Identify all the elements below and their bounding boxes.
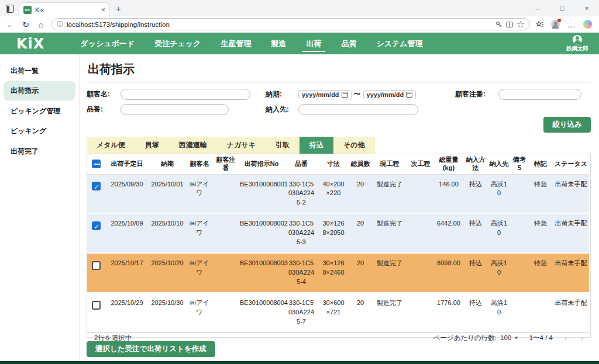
new-tab-icon[interactable]: + [116,4,121,13]
table-row[interactable]: 2025/10/17 2025/10/20 ㈱アイワ BE30100008003… [87,253,589,293]
select-all-checkbox[interactable] [92,160,101,168]
col-customer-order-no[interactable]: 顧客注番 [214,154,238,174]
minimize-icon[interactable]: – [525,0,550,16]
create-shipping-list-button[interactable]: 選択した受注で出荷リストを作成 [87,341,215,357]
destination-input[interactable] [298,104,418,115]
browser-tab[interactable]: KIX Kix × [19,2,110,16]
copilot-icon[interactable] [583,20,592,29]
tab-pickup[interactable]: 引取 [266,137,300,154]
table-header-row: 出荷予定日 納期 顧客名 顧客注番 出荷指示No 品番 寸法 総員数 現工程 次… [87,154,589,174]
cell-part-no: 330-1C5 030A224 5-7 [285,293,318,332]
cell-status: 出荷未手配 [553,174,589,213]
nav-system-admin[interactable]: システム管理 [366,33,432,54]
tab-close-icon[interactable]: × [101,6,105,14]
tab-nagasaki[interactable]: ナガサキ [217,137,266,154]
tab-kaizuka[interactable]: 貝塚 [135,137,169,154]
split-screen-icon[interactable] [506,21,513,28]
cell-customer: ㈱アイワ [185,174,214,213]
address-bar[interactable]: ⓘ localhost:5173/shipping/instruction ☆ [51,18,530,30]
tab-actions-icon[interactable] [6,5,14,13]
sidebar-item-picking-management[interactable]: ピッキング管理 [4,102,75,120]
cell-due-date: 2025/10/10 [149,213,185,253]
col-total-qty[interactable]: 総員数 [349,154,371,174]
close-icon[interactable]: × [574,0,599,16]
customer-name-input[interactable] [121,89,250,100]
url-text[interactable]: localhost:5173/shipping/instruction [67,21,492,28]
tab-other[interactable]: その他 [333,137,375,154]
cell-customer-order-no [214,174,238,213]
due-date-from-input[interactable]: yyyy/mm/dd [298,90,352,99]
site-info-icon[interactable]: ⓘ [57,20,63,29]
nav-manufacturing[interactable]: 製造 [261,33,296,54]
col-destination[interactable]: 納入先 [487,154,511,174]
key-icon[interactable] [495,21,502,28]
col-status[interactable]: ステータス [553,154,589,174]
cell-due-date: 2025/10/20 [149,253,185,293]
tab-seino[interactable]: 西濃運輸 [169,137,217,154]
col-delivery-method[interactable]: 納入方法 [464,154,487,174]
col-dimensions[interactable]: 寸法 [318,154,349,174]
tab-bring-in[interactable]: 持込 [300,137,333,154]
row-checkbox[interactable] [92,261,101,270]
col-part-no[interactable]: 品番 [285,154,318,174]
cell-status: 出荷未手配 [553,253,589,293]
cell-dimensions: 30×600 ×721 [318,293,349,332]
row-checkbox[interactable] [92,221,101,230]
app-logo[interactable]: KiX [16,36,44,52]
sidebar-item-shipping-list[interactable]: 出荷一覧 [4,61,75,80]
due-date-to-input[interactable]: yyyy/mm/dd [363,90,416,99]
row-checkbox[interactable] [92,301,101,310]
nav-order-check[interactable]: 受注チェック [144,33,211,54]
date-range-separator: 〜 [354,89,361,99]
table-row[interactable]: 2025/10/29 2025/10/30 ㈱アイワ BE30100008004… [87,293,589,332]
cell-total-qty: 20 [349,253,371,293]
col-next-process[interactable]: 次工程 [408,154,433,174]
col-due-date[interactable]: 納期 [149,154,185,174]
due-date-label: 納期: [266,89,298,99]
cell-total-weight: 8098.00 [433,253,464,293]
cell-note5 [511,253,528,293]
customer-order-no-label: 顧客注番: [455,89,498,99]
col-note5[interactable]: 備考5 [511,154,528,174]
page-title: 出荷指示 [87,60,591,83]
nav-quality[interactable]: 品質 [331,33,366,54]
sidebar-item-picking[interactable]: ピッキング [4,122,75,140]
cell-customer-order-no [214,253,238,293]
part-no-input[interactable] [121,104,229,115]
col-ship-date[interactable]: 出荷予定日 [105,154,149,174]
cell-part-no: 330-1C5 030A224 5-3 [285,213,318,253]
calendar-icon[interactable] [406,92,412,98]
cell-next-process [408,213,433,253]
tab-metal-bin[interactable]: メタル便 [87,137,135,154]
home-icon[interactable]: ⌂ [36,20,46,29]
col-special[interactable]: 特記 [528,154,553,174]
col-total-weight[interactable]: 総重量 (kg) [433,154,464,174]
table-row[interactable]: 2025/10/09 2025/10/10 ㈱アイワ BE30100008002… [87,213,589,253]
favorites-bar-icon[interactable] [536,20,544,28]
nav-shipping[interactable]: 出荷 [296,33,331,54]
back-icon[interactable]: ← [6,20,15,29]
nav-production[interactable]: 生産管理 [211,33,261,54]
cell-customer: ㈱アイワ [185,213,214,253]
user-menu[interactable]: 鉄鋼太郎 [566,35,588,53]
customer-order-no-input[interactable] [498,89,581,100]
sidebar-item-shipping-complete[interactable]: 出荷完了 [4,142,75,161]
profile-avatar[interactable] [551,20,560,29]
refresh-icon[interactable]: ↻ [21,20,30,29]
row-checkbox[interactable] [92,182,101,190]
filter-button[interactable]: 絞り込み [543,117,591,133]
maximize-icon[interactable]: □ [550,0,574,16]
col-current-process[interactable]: 現工程 [371,154,408,174]
col-instruction-no[interactable]: 出荷指示No [238,154,285,174]
sidebar-item-shipping-instruction[interactable]: 出荷指示 [4,81,75,100]
favorite-star-icon[interactable]: ☆ [517,19,525,30]
cell-special: 特急 [528,213,553,253]
more-menu-icon[interactable]: … [567,20,576,29]
nav-dashboard[interactable]: ダッシュボード [70,33,144,54]
destination-label: 納入先: [266,105,298,115]
calendar-icon[interactable] [342,92,348,98]
table-row[interactable]: 2025/09/30 2025/10/01 ㈱アイワ BE30100008001… [87,174,589,213]
cell-destination: 高浜1 0 [487,213,511,253]
col-customer[interactable]: 顧客名 [185,154,214,174]
cell-current-process: 製造完了 [371,213,408,253]
